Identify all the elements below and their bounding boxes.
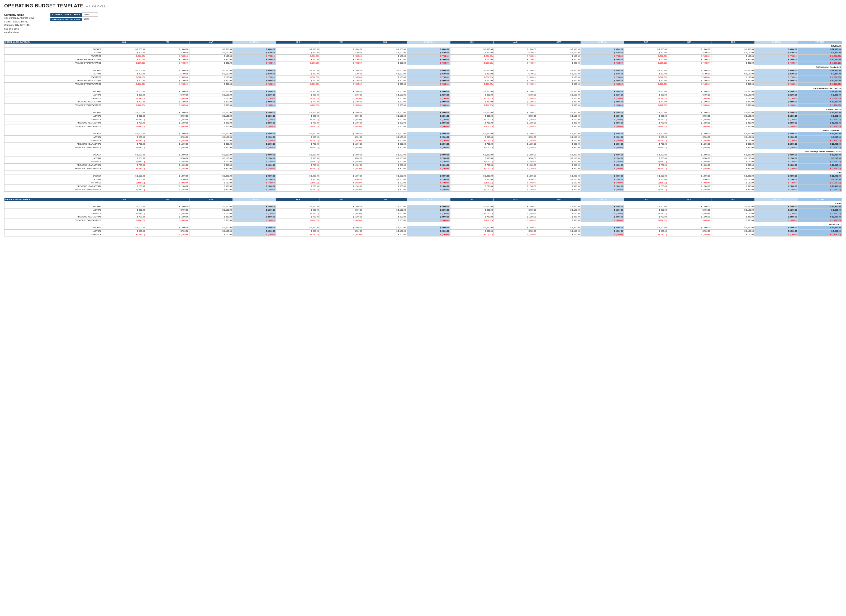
data-cell: $ 800.00 — [711, 79, 755, 82]
data-cell: $ 300.00 — [537, 146, 581, 149]
data-cell: $ 1,000.00 — [624, 174, 668, 178]
data-cell: $ (300.00) — [668, 160, 711, 163]
section-header: CASH — [4, 201, 842, 205]
total-cell: $ (700.00) — [755, 233, 798, 236]
data-cell: $ (300.00) — [494, 75, 537, 79]
total-cell: $ (700.00) — [407, 97, 450, 100]
data-cell: $ 100.00 — [189, 97, 233, 100]
data-cell: $ 800.00 — [363, 100, 407, 103]
col-header-1: FEB — [145, 41, 189, 44]
data-cell: $ 1,100.00 — [711, 208, 755, 212]
data-cell: $ 1,000.00 — [145, 47, 189, 51]
data-cell: $ 1,000.00 — [276, 174, 320, 178]
data-cell: $ 1,100.00 — [189, 114, 233, 118]
data-cell: $ 1,000.00 — [494, 90, 537, 93]
data-row: VARIANCE$ (500.00)$ (300.00)$ 100.00$ (7… — [4, 97, 842, 100]
data-cell: $ 500.00 — [450, 114, 494, 118]
data-cell: $ 300.00 — [537, 167, 581, 170]
data-cell: $ 100.00 — [363, 139, 407, 142]
data-cell: $ 100.00 — [711, 118, 755, 121]
data-cell: $ 1,100.00 — [363, 135, 407, 139]
category-header: BALANCE SHEET CATEGORY — [4, 198, 102, 201]
page-example: – EXAMPLE — [86, 4, 106, 8]
data-cell: $ 1,100.00 — [711, 178, 755, 181]
data-cell: $ (500.00) — [624, 212, 668, 215]
data-cell: $ 1,100.00 — [537, 72, 581, 75]
data-cell: $ 1,000.00 — [624, 69, 668, 72]
data-cell: $ (400.00) — [494, 219, 537, 222]
total-cell: $ 2,600.00 — [581, 163, 624, 167]
total-cell: $ 2,600.00 — [407, 184, 450, 188]
company-info: Company Name 123 Company Address Drive F… — [4, 11, 35, 34]
row-label: ACTUAL — [4, 229, 102, 233]
total-cell: $ (700.00) — [581, 160, 624, 163]
data-cell: $ 300.00 — [363, 188, 407, 191]
company-address3: Company City, NY 11101 — [4, 24, 35, 27]
row-label: ACTUAL — [4, 72, 102, 75]
data-cell: $ (200.00) — [276, 167, 320, 170]
data-cell: $ 500.00 — [624, 135, 668, 139]
section-label: LABOR COSTS — [4, 107, 842, 111]
data-cell: $ 500.00 — [276, 208, 320, 212]
total-cell: $ 9,200.00 — [798, 156, 842, 160]
total-cell: $ 3,000.00 — [407, 153, 450, 156]
total-cell: $ 3,000.00 — [755, 47, 798, 51]
data-cell: $ 1,100.00 — [668, 184, 711, 188]
data-cell: $ 100.00 — [189, 233, 233, 236]
data-cell: $ 300.00 — [189, 219, 233, 222]
data-cell: $ (400.00) — [145, 61, 189, 65]
data-cell: $ 700.00 — [320, 208, 363, 212]
total-cell: $ (700.00) — [233, 118, 276, 121]
total-cell: $ (700.00) — [233, 139, 276, 142]
data-cell: $ 1,000.00 — [537, 205, 581, 208]
data-cell: $ 500.00 — [102, 114, 145, 118]
data-cell: $ 1,000.00 — [450, 153, 494, 156]
data-cell: $ (500.00) — [450, 118, 494, 121]
data-cell: $ 700.00 — [624, 58, 668, 61]
data-cell: $ 500.00 — [450, 208, 494, 212]
data-cell: $ 700.00 — [494, 93, 537, 97]
data-cell: $ (500.00) — [102, 97, 145, 100]
data-cell: $ (400.00) — [494, 103, 537, 107]
total-cell: $ 2,300.00 — [407, 178, 450, 181]
data-cell: $ 1,100.00 — [711, 51, 755, 54]
total-cell: $ (300.00) — [755, 125, 798, 128]
data-cell: $ 1,000.00 — [668, 226, 711, 229]
total-cell: $ 10,400.00 — [798, 184, 842, 188]
data-cell: $ 700.00 — [145, 229, 189, 233]
data-cell: $ 1,000.00 — [145, 111, 189, 114]
total-cell: $ 3,000.00 — [233, 205, 276, 208]
data-cell: $ 300.00 — [711, 125, 755, 128]
data-cell: $ 800.00 — [537, 58, 581, 61]
total-cell: $ (300.00) — [755, 167, 798, 170]
total-cell: $ 9,200.00 — [798, 51, 842, 54]
row-label: VARIANCE — [4, 160, 102, 163]
total-cell: $ (700.00) — [233, 75, 276, 79]
data-cell: $ 500.00 — [624, 93, 668, 97]
data-cell: $ (500.00) — [102, 118, 145, 121]
company-address1: 123 Company Address Drive — [4, 16, 35, 20]
data-row: PREVIOUS YEAR VARIANCE$ (200.00)$ (400.0… — [4, 82, 842, 86]
data-cell: $ 1,000.00 — [102, 90, 145, 93]
total-cell: $ (2,800.00) — [798, 139, 842, 142]
section-label: REVENUE — [4, 44, 842, 47]
total-cell: $ (700.00) — [407, 54, 450, 58]
row-label: ACTUAL — [4, 178, 102, 181]
data-cell: $ 100.00 — [189, 75, 233, 79]
total-cell: $ 3,000.00 — [581, 174, 624, 178]
data-cell: $ 1,000.00 — [102, 69, 145, 72]
total-cell: $ 3,000.00 — [581, 47, 624, 51]
data-cell: $ 800.00 — [189, 100, 233, 103]
data-row: BUDGET$ 1,000.00$ 1,000.00$ 1,000.00$ 3,… — [4, 174, 842, 178]
total-cell: $ (1,200.00) — [798, 61, 842, 65]
data-row: ACTUAL$ 500.00$ 700.00$ 1,100.00$ 2,300.… — [4, 114, 842, 118]
data-cell: $ 1,100.00 — [537, 229, 581, 233]
data-cell: $ 1,000.00 — [711, 174, 755, 178]
data-cell: $ 500.00 — [450, 51, 494, 54]
data-cell: $ (200.00) — [102, 61, 145, 65]
row-label: BUDGET — [4, 205, 102, 208]
data-cell: $ (500.00) — [624, 97, 668, 100]
data-cell: $ (500.00) — [450, 233, 494, 236]
data-cell: $ 1,000.00 — [276, 111, 320, 114]
row-label: PREVIOUS YEAR VARIANCE — [4, 103, 102, 107]
